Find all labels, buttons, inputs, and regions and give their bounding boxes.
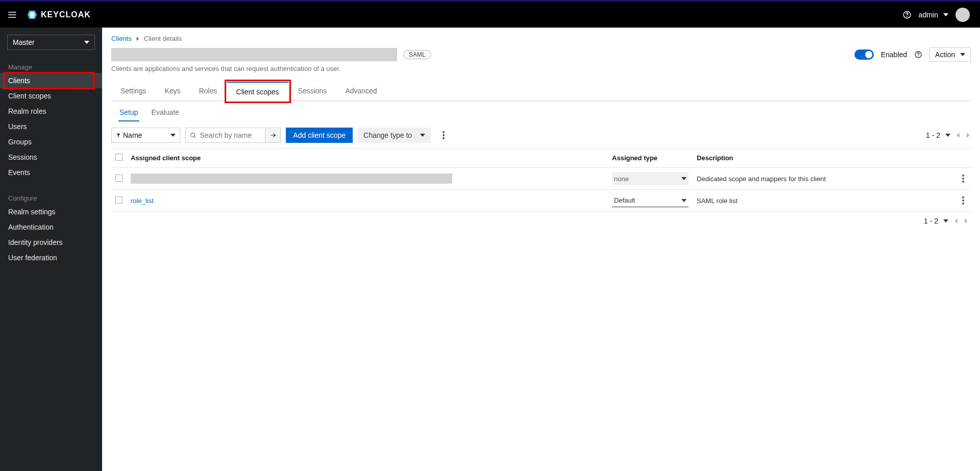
pager-bottom: 1 - 2 (111, 212, 971, 230)
hamburger-menu[interactable] (5, 8, 19, 22)
filter-field-label: Name (123, 131, 142, 139)
enabled-label: Enabled (881, 51, 907, 59)
sidebar-item-groups[interactable]: Groups (0, 134, 102, 150)
scope-description: Dedicated scope and mappers for this cli… (693, 168, 951, 190)
caret-down-icon (84, 40, 89, 45)
nav-section-manage: Manage (0, 59, 102, 73)
sidebar-item-label: Groups (8, 138, 32, 146)
tab-label: Settings (120, 87, 146, 95)
breadcrumb-clients-link[interactable]: Clients (111, 35, 132, 42)
assigned-type-select: none (612, 172, 689, 185)
scope-link[interactable]: role_list (131, 197, 154, 205)
pager-next-icon[interactable] (964, 218, 969, 224)
tab-roles[interactable]: Roles (190, 82, 227, 101)
search-go-button[interactable] (265, 128, 281, 143)
svg-point-3 (906, 16, 908, 17)
kebab-icon (443, 131, 445, 139)
filter-icon (116, 133, 121, 138)
sidebar: Master Manage Clients Client scopes Real… (0, 28, 102, 471)
filter-field-select[interactable]: Name (111, 128, 180, 143)
row-actions-menu[interactable] (960, 195, 967, 206)
brand[interactable]: KEYCLOAK (27, 9, 91, 20)
pager-prev-icon[interactable] (953, 218, 959, 224)
sidebar-item-sessions[interactable]: Sessions (0, 150, 102, 165)
tab-label: Roles (199, 87, 217, 95)
user-menu[interactable]: admin (919, 11, 948, 19)
tab-advanced[interactable]: Advanced (336, 82, 386, 101)
subtab-evaluate[interactable]: Evaluate (151, 104, 180, 121)
scope-description: SAML role list (693, 190, 951, 212)
svg-point-7 (443, 134, 445, 136)
keycloak-logo-icon (27, 9, 38, 20)
tab-label: Client scopes (236, 88, 279, 96)
svg-point-10 (962, 178, 964, 180)
row-checkbox[interactable] (115, 196, 122, 204)
svg-point-14 (962, 203, 964, 205)
assigned-type-value: none (614, 175, 629, 183)
tab-settings[interactable]: Settings (111, 82, 156, 101)
pager-range: 1 - 2 (926, 131, 940, 139)
sidebar-item-label: Client scopes (8, 92, 51, 100)
change-type-dropdown[interactable]: Change type to (358, 128, 431, 143)
topbar: KEYCLOAK admin (0, 0, 980, 28)
scopes-toolbar: Name Add client scope Change type to (111, 128, 971, 143)
search-box (185, 128, 265, 143)
sidebar-item-identity-providers[interactable]: Identity providers (0, 235, 102, 250)
sidebar-item-label: Realm roles (8, 107, 46, 115)
kebab-icon (962, 175, 964, 183)
sidebar-item-user-federation[interactable]: User federation (0, 250, 102, 265)
client-scopes-table: Assigned client scope Assigned type Desc… (111, 148, 971, 212)
row-checkbox[interactable] (115, 175, 122, 182)
col-scope-header: Assigned client scope (127, 148, 608, 168)
caret-down-icon[interactable] (945, 133, 950, 138)
assigned-type-value: Default (614, 196, 635, 204)
search-input[interactable] (200, 131, 261, 139)
select-all-checkbox[interactable] (115, 154, 122, 161)
breadcrumb-current: Client details (144, 35, 182, 42)
help-icon[interactable] (902, 10, 912, 19)
tab-client-scopes[interactable]: Client scopes (227, 82, 289, 101)
realm-selector[interactable]: Master (7, 35, 95, 50)
toolbar-overflow-menu[interactable] (440, 130, 447, 140)
row-actions-menu[interactable] (960, 173, 967, 184)
enabled-toggle[interactable] (854, 49, 874, 60)
sidebar-item-label: Sessions (8, 153, 37, 161)
search-icon (190, 132, 197, 139)
tab-sessions[interactable]: Sessions (289, 82, 336, 101)
sidebar-item-realm-settings[interactable]: Realm settings (0, 204, 102, 219)
sidebar-item-realm-roles[interactable]: Realm roles (0, 104, 102, 119)
svg-point-13 (962, 200, 964, 202)
pager-next-icon[interactable] (966, 133, 971, 138)
change-type-label: Change type to (363, 131, 412, 139)
add-client-scope-button[interactable]: Add client scope (286, 128, 353, 143)
avatar[interactable] (955, 8, 970, 22)
brand-name: KEYCLOAK (41, 10, 91, 19)
tab-label: Setup (119, 108, 138, 116)
client-name-redacted (111, 48, 397, 61)
pager-top: 1 - 2 (926, 131, 971, 139)
caret-down-icon[interactable] (943, 218, 948, 224)
svg-point-6 (443, 131, 445, 133)
kebab-icon (962, 196, 964, 205)
caret-down-icon (960, 52, 965, 57)
sidebar-item-clients[interactable]: Clients (0, 73, 102, 88)
sidebar-item-authentication[interactable]: Authentication (0, 219, 102, 235)
caret-down-icon (170, 133, 176, 138)
sidebar-item-label: Identity providers (8, 238, 63, 246)
client-scopes-subtabs: Setup Evaluate (111, 104, 971, 121)
help-icon[interactable] (914, 51, 922, 59)
sidebar-item-users[interactable]: Users (0, 119, 102, 134)
subtab-setup[interactable]: Setup (118, 104, 139, 121)
pager-range: 1 - 2 (924, 217, 938, 225)
sidebar-item-events[interactable]: Events (0, 165, 102, 180)
sidebar-item-label: Users (8, 122, 27, 131)
action-label: Action (935, 51, 955, 59)
search-wrap (185, 128, 281, 143)
action-dropdown[interactable]: Action (929, 47, 971, 62)
sidebar-item-client-scopes[interactable]: Client scopes (0, 88, 102, 104)
assigned-type-select[interactable]: Default (612, 194, 689, 207)
tab-keys[interactable]: Keys (156, 82, 190, 101)
tab-label: Sessions (298, 87, 327, 95)
pager-prev-icon[interactable] (955, 133, 961, 138)
sidebar-item-label: Events (8, 168, 30, 177)
